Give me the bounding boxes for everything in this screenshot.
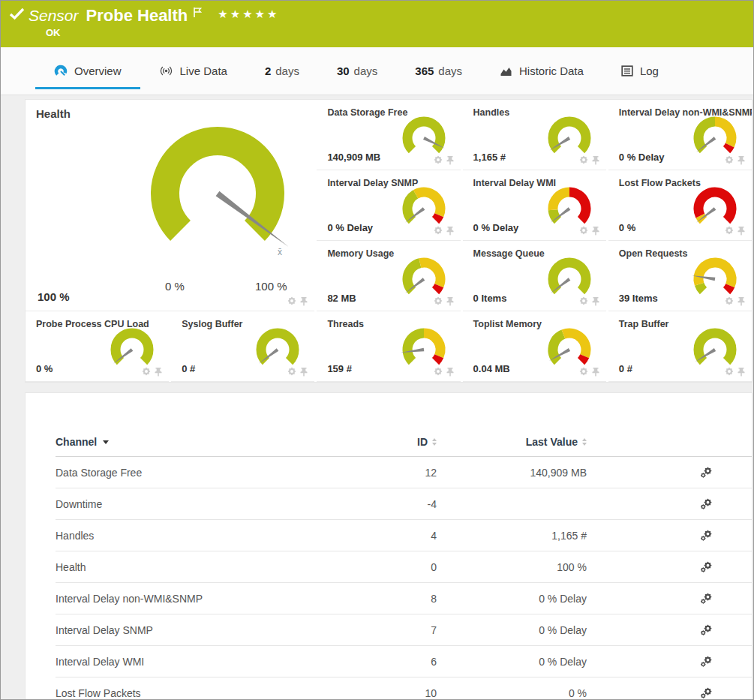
column-header-id[interactable]: ID [378,436,437,448]
pin-icon[interactable] [737,367,746,377]
gauge-tile-interval-delay-non-wmi-snmp: Interval Delay non-WMI&SNMP0 % Delay [608,100,752,170]
channel-settings-icon[interactable] [700,498,713,510]
channel-settings-icon[interactable] [700,687,713,699]
rating-stars[interactable]: ★★★★★ [218,8,279,21]
pin-icon[interactable] [299,367,308,377]
tile-actions [142,367,163,377]
gauge-title: Trap Buffer [619,319,669,329]
pin-icon[interactable] [154,367,163,377]
gear-icon[interactable] [434,226,443,236]
tab-30-days[interactable]: 30days [318,47,396,95]
gauge-value: 1,165 # [473,152,506,163]
gear-icon[interactable] [579,367,588,377]
channel-settings-icon[interactable] [700,530,713,542]
table-row-interval-delay-snmp[interactable]: Interval Delay SNMP70 % Delay [56,614,752,646]
gauge-tile-memory-usage: Memory Usage82 MB [317,241,460,311]
gauge-title: Open Requests [619,248,688,259]
tab-label: Overview [74,65,122,77]
gauge-icon [54,65,68,78]
tab-2-days[interactable]: 2days [246,47,318,95]
channel-name-cell: Downtime [56,498,378,510]
pin-icon[interactable] [299,296,308,306]
gear-icon[interactable] [434,367,443,377]
tab-365-days[interactable]: 365days [396,47,481,95]
row-actions-cell [587,593,752,605]
tile-actions [725,367,746,377]
gauge-tile-interval-delay-wmi: Interval Delay WMI0 % Delay [463,170,606,241]
tab-live-data[interactable]: Live Data [140,47,246,95]
gauge-title: Threads [327,319,364,329]
gauge-value: 0 % [619,222,635,233]
last-value-cell: 0 % Delay [437,656,587,668]
pin-icon[interactable] [737,296,746,306]
gauge-title: Syslog Buffer [182,319,242,329]
tile-actions [287,367,308,377]
pin-icon[interactable] [737,155,746,165]
column-header-channel[interactable]: Channel [56,436,378,448]
channel-settings-icon[interactable] [700,656,713,668]
gear-icon[interactable] [579,296,588,306]
last-value-cell: 0 % [437,687,587,699]
gear-icon[interactable] [287,367,296,377]
pin-icon[interactable] [591,296,600,306]
tab-log[interactable]: Log [602,47,677,95]
channel-settings-icon[interactable] [700,624,713,636]
gear-icon[interactable] [725,296,734,306]
gauge-title: Handles [473,107,510,118]
pin-icon[interactable] [591,367,600,377]
last-value-cell: 1,165 # [437,530,587,542]
tile-actions [725,296,746,306]
tab-overview[interactable]: Overview [35,47,140,95]
row-actions-cell [587,561,752,573]
table-row-data-storage-free[interactable]: Data Storage Free12140,909 MB [56,457,752,488]
column-header-last-value[interactable]: Last Value [437,436,587,448]
gear-icon[interactable] [725,367,734,377]
gear-icon[interactable] [287,296,296,306]
gear-icon[interactable] [434,155,443,165]
channel-settings-icon[interactable] [700,561,713,573]
tab-label: days [438,65,462,77]
pin-icon[interactable] [446,226,455,236]
gear-icon[interactable] [579,226,588,236]
table-row-interval-delay-wmi[interactable]: Interval Delay WMI60 % Delay [56,646,752,677]
tab-label: days [275,65,299,77]
gauge-title: Toplist Memory [473,319,542,329]
gear-icon[interactable] [725,155,734,165]
sensor-title-row: Sensor Probe Health ★★★★★ [29,5,280,26]
average-marker: x̄ [278,247,282,257]
gauge-value: 0.04 MB [473,363,510,374]
tab-label: Log [640,65,659,77]
pin-icon[interactable] [591,226,600,236]
channel-settings-icon[interactable] [700,467,713,479]
channel-id-cell: 12 [378,467,437,479]
row-actions-cell [587,656,752,668]
last-value-cell: 0 % Delay [437,624,587,636]
pin-icon[interactable] [446,367,455,377]
content-area: Health 0 % 100 % x̄ 100 % Data Storage F… [1,95,753,700]
gauge-tile-handles: Handles1,165 # [463,100,606,170]
pin-icon[interactable] [591,155,600,165]
tab-historic-data[interactable]: Historic Data [481,47,602,95]
table-row-downtime[interactable]: Downtime-4 [56,488,752,520]
row-actions-cell [587,530,752,542]
flag-icon[interactable] [193,7,203,18]
pin-icon[interactable] [446,155,455,165]
gear-icon[interactable] [579,155,588,165]
prtg-sensor-page: Sensor Probe Health ★★★★★ OK OverviewLiv… [0,0,754,700]
pin-icon[interactable] [737,226,746,236]
gauge-tile-threads: Threads159 # [317,311,460,382]
gear-icon[interactable] [725,226,734,236]
channel-name-cell: Interval Delay WMI [56,656,378,668]
channel-settings-icon[interactable] [700,593,713,605]
tile-actions [579,226,600,236]
gauge-title: Memory Usage [327,248,394,259]
pin-icon[interactable] [446,296,455,306]
table-row-health[interactable]: Health0100 % [56,551,752,583]
table-row-lost-flow-packets[interactable]: Lost Flow Packets100 % [56,677,752,700]
channel-id-cell: 10 [378,687,437,699]
row-actions-cell [587,624,752,636]
table-row-handles[interactable]: Handles41,165 # [56,520,752,551]
gear-icon[interactable] [142,367,151,377]
table-row-interval-delay-non-wmi-snmp[interactable]: Interval Delay non-WMI&SNMP80 % Delay [56,583,752,614]
gear-icon[interactable] [434,296,443,306]
